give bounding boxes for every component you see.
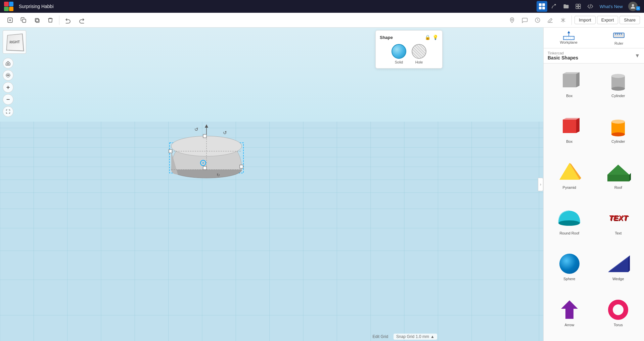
hole-option[interactable]: Hole xyxy=(412,44,426,64)
grid-floor xyxy=(0,122,543,341)
shape-item-cylinder-orange[interactable]: Cylinder xyxy=(595,112,642,155)
toolbar-divider-2 xyxy=(571,15,572,25)
object-container[interactable]: ↺ ↺ ↻ xyxy=(163,113,250,181)
fit-view-btn[interactable] xyxy=(3,106,13,117)
import-btn[interactable]: Import xyxy=(574,16,596,24)
shape-item-wedge[interactable]: Wedge xyxy=(595,249,642,292)
shape-item-round-roof[interactable]: Round Roof xyxy=(546,204,593,247)
ruler-label: Ruler xyxy=(614,41,623,45)
cylinder-orange-img xyxy=(605,115,632,138)
expand-panel-btn[interactable]: › xyxy=(538,178,543,191)
snap-grid-control[interactable]: Snap Grid 1.0 mm ▲ xyxy=(394,334,437,340)
code-btn[interactable] xyxy=(585,1,596,12)
pyramid-svg xyxy=(558,161,581,183)
torus-label: Torus xyxy=(614,323,623,327)
user-menu-btn[interactable]: + xyxy=(627,0,641,12)
hammer-btn[interactable] xyxy=(549,1,559,12)
ruler-btn[interactable]: Ruler xyxy=(594,28,644,48)
snap-grid-label: Snap Grid xyxy=(396,334,414,339)
cylinder-grey-svg xyxy=(608,70,628,92)
box-red-label: Box xyxy=(566,139,572,143)
svg-marker-97 xyxy=(607,165,629,175)
shape-item-box-grey[interactable]: Box xyxy=(546,66,593,109)
shape-grid: Box Cylinder xyxy=(544,63,644,341)
shape-item-box-red[interactable]: Box xyxy=(546,112,593,155)
frame-icon xyxy=(575,3,581,9)
copy-btn[interactable] xyxy=(17,14,30,26)
view-cube[interactable]: RIGHT xyxy=(3,30,26,54)
undo-btn[interactable] xyxy=(62,14,74,26)
folder-icon xyxy=(563,3,569,9)
location-btn[interactable] xyxy=(506,14,518,26)
shape-item-roof[interactable]: Roof xyxy=(595,158,642,201)
folder-btn[interactable] xyxy=(561,1,571,12)
svg-marker-90 xyxy=(576,118,580,133)
shape-item-text[interactable]: TEXT Text xyxy=(595,204,642,247)
main-layout: ↺ ↺ ↻ RIGHT xyxy=(0,28,644,341)
mirror-btn[interactable] xyxy=(557,14,569,26)
new-shape-btn[interactable] xyxy=(4,14,16,26)
frame-btn[interactable] xyxy=(573,1,584,12)
svg-point-99 xyxy=(558,220,580,226)
circle-btn[interactable] xyxy=(532,14,543,26)
svg-marker-101 xyxy=(628,255,630,272)
home-view-btn[interactable] xyxy=(3,58,13,69)
svg-rect-1 xyxy=(542,3,545,6)
sphere-label: Sphere xyxy=(563,277,575,281)
text-img: TEXT xyxy=(605,206,632,230)
svg-rect-50 xyxy=(203,166,206,170)
wedge-img xyxy=(605,252,632,275)
svg-rect-16 xyxy=(0,122,543,341)
minus-icon: − xyxy=(6,96,10,103)
pyramid-img xyxy=(556,161,583,184)
chat-btn[interactable] xyxy=(519,14,531,26)
round-roof-svg xyxy=(557,208,582,228)
pyramid-label: Pyramid xyxy=(563,185,576,189)
shape-item-cylinder-grey[interactable]: Cylinder xyxy=(595,66,642,109)
location-icon xyxy=(509,17,515,23)
cylinder-orange-svg xyxy=(608,116,628,137)
zoom-out-btn[interactable]: − xyxy=(3,94,13,105)
zoom-in-btn[interactable]: + xyxy=(3,82,13,93)
svg-rect-5 xyxy=(576,4,578,6)
cylinder-grey-label: Cylinder xyxy=(611,94,625,98)
share-btn[interactable]: Share xyxy=(619,16,640,24)
wedge-svg xyxy=(606,254,630,274)
shape-item-arrow[interactable]: Arrow xyxy=(546,295,593,338)
svg-marker-94 xyxy=(559,163,580,180)
duplicate-icon xyxy=(34,17,40,24)
svg-text:↺: ↺ xyxy=(223,130,227,135)
shape-item-torus[interactable]: Torus xyxy=(595,295,642,338)
snap-grid-arrow: ▲ xyxy=(430,334,434,339)
hole-indicator xyxy=(412,44,426,59)
roof-label: Roof xyxy=(614,185,622,189)
canvas-area[interactable]: ↺ ↺ ↻ RIGHT xyxy=(0,28,543,341)
box-grey-img xyxy=(556,69,583,92)
light-icon[interactable]: 💡 xyxy=(432,35,438,40)
redo-btn[interactable] xyxy=(76,14,88,26)
lock-icon[interactable]: 🔒 xyxy=(425,35,430,40)
svg-rect-0 xyxy=(539,3,542,6)
edit-grid-label[interactable]: Edit Grid xyxy=(372,334,388,339)
app-logo xyxy=(3,0,15,12)
duplicate-btn[interactable] xyxy=(31,14,43,26)
nav-icon-group: What's New + xyxy=(537,0,641,12)
svg-marker-103 xyxy=(561,300,578,319)
export-btn[interactable]: Export xyxy=(597,16,618,24)
shape-item-sphere[interactable]: Sphere xyxy=(546,249,593,292)
arrow-label: Arrow xyxy=(564,323,574,327)
grid-view-btn[interactable] xyxy=(537,1,547,12)
shape-item-pyramid[interactable]: Pyramid xyxy=(546,158,593,201)
sphere-img xyxy=(556,252,583,275)
library-dropdown-btn[interactable]: ▼ xyxy=(635,53,640,59)
shape-library-header: Tinkercad Basic Shapes ▼ xyxy=(544,48,644,63)
svg-rect-12 xyxy=(35,18,39,22)
edit-btn[interactable] xyxy=(545,14,556,26)
svg-rect-74 xyxy=(613,33,624,38)
svg-point-63 xyxy=(7,75,9,76)
delete-btn[interactable] xyxy=(44,14,56,26)
orbit-btn[interactable] xyxy=(3,70,13,81)
workplane-btn[interactable]: Workplane xyxy=(544,28,594,48)
whats-new-btn[interactable]: What's New xyxy=(597,3,626,10)
solid-option[interactable]: Solid xyxy=(392,44,406,64)
